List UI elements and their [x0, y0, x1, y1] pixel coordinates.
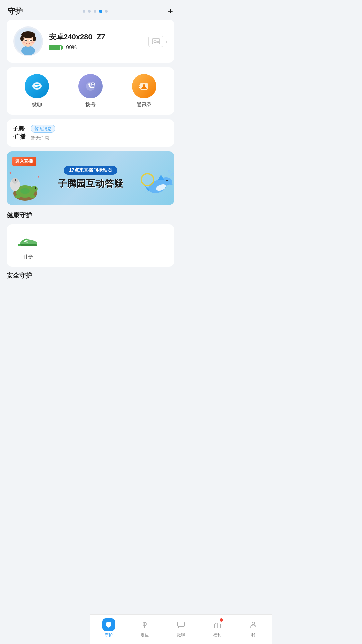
svg-rect-27 [139, 87, 140, 88]
svg-point-44 [166, 180, 168, 181]
add-button[interactable]: + [168, 6, 173, 16]
svg-point-36 [30, 195, 35, 198]
wechat-label: 微聊 [32, 102, 42, 108]
profile-action[interactable]: › [148, 36, 168, 47]
banner-deco-left: ✦ ✦ [7, 165, 50, 205]
svg-point-33 [31, 186, 38, 192]
broadcast-title: 子腾··广播 [13, 125, 26, 141]
svg-point-18 [34, 84, 40, 88]
svg-point-3 [21, 31, 35, 38]
svg-text:✦: ✦ [37, 175, 40, 179]
svg-point-48 [168, 170, 170, 172]
svg-text:✦: ✦ [8, 170, 12, 176]
svg-rect-49 [19, 244, 37, 246]
wechat-icon [25, 74, 49, 98]
quick-link-wechat[interactable]: 微聊 [25, 74, 49, 108]
banner-center: 17点来直播间抢钻石 子腾园互动答疑 [58, 166, 123, 190]
profile-name: 安卓240x280_Z7 [49, 32, 142, 42]
contacts-label: 通讯录 [137, 102, 152, 108]
avatar [13, 26, 43, 56]
svg-point-4 [20, 36, 24, 41]
top-nav: 守护 + [0, 0, 181, 20]
dot-3 [94, 10, 96, 13]
battery-icon [49, 45, 63, 50]
steps-icon [17, 230, 39, 251]
chevron-right-icon: › [165, 38, 168, 45]
profile-info: 安卓240x280_Z7 99% [49, 32, 142, 51]
svg-point-10 [23, 42, 25, 43]
banner-main-title: 子腾园互动答疑 [58, 177, 123, 190]
svg-point-47 [171, 173, 174, 176]
contacts-icon [132, 74, 156, 98]
banner-tag: 17点来直播间抢钻石 [64, 166, 117, 175]
battery-row: 99% [49, 45, 142, 51]
svg-point-5 [33, 36, 36, 41]
broadcast-sub: 暂无消息 [31, 135, 49, 141]
quick-links-card: 微聊 拨号 通讯录 [7, 67, 174, 115]
quick-link-dial[interactable]: 拨号 [78, 74, 103, 108]
health-card: 计步 [7, 224, 174, 267]
svg-point-34 [35, 187, 36, 189]
profile-card: 安卓240x280_Z7 99% › [7, 20, 174, 63]
svg-point-35 [15, 195, 20, 198]
dot-4-active [99, 10, 102, 13]
svg-point-13 [154, 40, 156, 43]
health-section-title: 健康守护 [7, 210, 174, 220]
dial-icon [78, 74, 103, 98]
profile-detail-icon[interactable] [148, 36, 163, 47]
page-title: 守护 [8, 6, 23, 16]
page-indicator [83, 10, 108, 13]
dot-1 [83, 10, 85, 13]
svg-point-46 [141, 174, 154, 186]
health-steps[interactable]: 计步 [15, 230, 42, 260]
banner-deco-right [137, 165, 174, 205]
svg-point-9 [30, 40, 32, 41]
svg-point-30 [20, 188, 30, 194]
svg-rect-19 [34, 85, 40, 86]
svg-rect-20 [34, 86, 38, 87]
broadcast-badge: 暂无消息 [31, 125, 55, 133]
svg-point-38 [12, 178, 18, 184]
broadcast-content: 暂无消息 暂无消息 [31, 125, 168, 141]
svg-point-39 [15, 179, 16, 181]
dot-2 [88, 10, 91, 13]
steps-label: 计步 [23, 254, 33, 260]
safety-section-title: 安全守护 [7, 271, 174, 280]
quick-link-contacts[interactable]: 通讯录 [132, 74, 156, 108]
svg-point-25 [143, 84, 145, 87]
dot-5 [105, 10, 108, 13]
broadcast-card: 子腾··广播 暂无消息 暂无消息 [7, 119, 174, 147]
svg-point-11 [31, 42, 34, 43]
svg-point-8 [25, 40, 27, 41]
battery-percent: 99% [66, 45, 77, 51]
banner-enter-button[interactable]: 进入直播 [12, 157, 36, 166]
banner-card[interactable]: ✦ ✦ 进入直播 17点来直播间抢钻石 子腾园互动答疑 [7, 151, 174, 205]
dial-label: 拨号 [85, 102, 96, 108]
svg-rect-26 [139, 85, 140, 86]
